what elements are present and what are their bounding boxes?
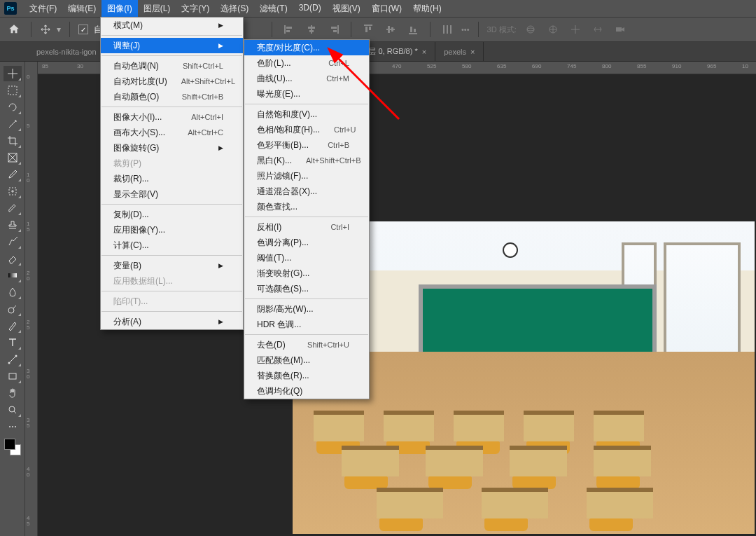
gradient-tool[interactable]	[4, 268, 22, 283]
type-tool[interactable]	[4, 335, 22, 350]
menuitem[interactable]: 色调分离(P)...	[244, 235, 369, 250]
menubar: Ps 文件(F)编辑(E)图像(I)图层(L)文字(Y)选择(S)滤镜(T)3D…	[0, 0, 756, 17]
menuitem[interactable]: 阈值(T)...	[244, 250, 369, 266]
menuitem[interactable]: 分析(A)▶	[101, 314, 243, 329]
move-tool[interactable]	[4, 66, 22, 81]
menuitem[interactable]: 色相/饱和度(H)...Ctrl+U	[244, 122, 369, 137]
menu-3D[interactable]: 3D(D)	[293, 0, 327, 18]
menuitem[interactable]: 应用图像(Y)...	[101, 222, 243, 238]
menuitem[interactable]: 自动色调(N)Shift+Ctrl+L	[101, 58, 243, 74]
color-swatch[interactable]	[4, 439, 21, 455]
menuitem[interactable]: 通道混合器(X)...	[244, 184, 369, 199]
menuitem[interactable]: 裁切(R)...	[101, 171, 243, 186]
svg-rect-7	[331, 27, 337, 29]
menuitem: 裁剪(P)	[101, 156, 243, 171]
close-icon[interactable]: ×	[470, 48, 475, 56]
blur-tool[interactable]	[4, 284, 22, 300]
menuitem[interactable]: 照片滤镜(F)...	[244, 168, 369, 184]
dist-icon[interactable]	[439, 21, 456, 38]
menuitem[interactable]: 自动对比度(U)Alt+Shift+Ctrl+L	[101, 74, 243, 89]
svg-rect-10	[365, 27, 368, 32]
eyedrop-tool[interactable]	[4, 167, 22, 182]
marquee-tool[interactable]	[4, 83, 22, 98]
menuitem[interactable]: 曝光度(E)...	[244, 86, 369, 102]
menuitem[interactable]: 黑白(K)...Alt+Shift+Ctrl+B	[244, 153, 369, 168]
menuitem[interactable]: HDR 色调...	[244, 317, 369, 332]
close-icon[interactable]: ×	[422, 48, 426, 56]
menu-图层[interactable]: 图层(L)	[138, 0, 176, 18]
menu-选择[interactable]: 选择(S)	[215, 0, 254, 18]
menuitem[interactable]: 变量(B)▶	[101, 258, 243, 273]
home-button[interactable]	[6, 21, 22, 38]
menuitem[interactable]: 自动颜色(O)Shift+Ctrl+B	[101, 89, 243, 104]
auto-checkbox[interactable]: ✓	[78, 25, 88, 34]
path-tool[interactable]	[4, 352, 22, 367]
stamp-tool[interactable]	[4, 217, 22, 233]
orbit-icon[interactable]	[522, 21, 539, 38]
menuitem[interactable]: 阴影/高光(W)...	[244, 301, 369, 317]
align-left-icon[interactable]	[281, 21, 298, 38]
svg-point-34	[9, 426, 10, 427]
dodge-tool[interactable]	[4, 301, 22, 317]
menu-窗口[interactable]: 窗口(W)	[366, 0, 407, 18]
pen-tool[interactable]	[4, 318, 22, 334]
history-tool[interactable]	[4, 234, 22, 249]
menu-帮助[interactable]: 帮助(H)	[407, 0, 447, 18]
more-tool[interactable]	[4, 419, 22, 434]
svg-rect-8	[333, 30, 337, 32]
menuitem[interactable]: 去色(D)Shift+Ctrl+U	[244, 337, 369, 352]
pan3d-icon[interactable]	[567, 21, 584, 38]
menuitem[interactable]: 反相(I)Ctrl+I	[244, 219, 369, 235]
menuitem[interactable]: 替换颜色(R)...	[244, 368, 369, 383]
crop-tool[interactable]	[4, 133, 22, 149]
menuitem[interactable]: 颜色查找...	[244, 199, 369, 214]
menuitem[interactable]: 匹配颜色(M)...	[244, 352, 369, 368]
tab[interactable]: pexels×	[435, 42, 484, 61]
eraser-tool[interactable]	[4, 251, 22, 266]
svg-rect-11	[369, 27, 371, 30]
menu-滤镜[interactable]: 滤镜(T)	[254, 0, 293, 18]
menuitem[interactable]: 图像大小(I)...Alt+Ctrl+I	[101, 109, 243, 125]
menuitem[interactable]: 显示全部(V)	[101, 186, 243, 202]
svg-point-29	[8, 308, 14, 313]
menuitem[interactable]: 色调均化(Q)	[244, 383, 369, 399]
menuitem[interactable]: 曲线(U)...Ctrl+M	[244, 71, 369, 86]
cam-icon[interactable]	[612, 21, 629, 38]
app-logo: Ps	[4, 2, 17, 15]
menu-视图[interactable]: 视图(V)	[327, 0, 366, 18]
menuitem[interactable]: 画布大小(S)...Alt+Ctrl+C	[101, 125, 243, 140]
menu-编辑[interactable]: 编辑(E)	[62, 0, 102, 18]
menuitem[interactable]: 色阶(L)...Ctrl+L	[244, 55, 369, 71]
rect-tool[interactable]	[4, 369, 22, 384]
brush-tool[interactable]	[4, 200, 22, 216]
menuitem[interactable]: 计算(C)...	[101, 238, 243, 253]
image-menu[interactable]: 模式(M)▶调整(J)▶自动色调(N)Shift+Ctrl+L自动对比度(U)A…	[100, 17, 244, 330]
menuitem[interactable]: 亮度/对比度(C)...	[244, 40, 369, 55]
patch-tool[interactable]	[4, 184, 22, 199]
adjustments-submenu[interactable]: 亮度/对比度(C)...色阶(L)...Ctrl+L曲线(U)...Ctrl+M…	[244, 39, 370, 399]
hand-tool[interactable]	[4, 385, 22, 401]
align-hcenter-icon[interactable]	[303, 21, 320, 38]
menuitem[interactable]: 复制(D)...	[101, 207, 243, 222]
menuitem[interactable]: 自然饱和度(V)...	[244, 106, 369, 122]
menuitem[interactable]: 色彩平衡(B)...Ctrl+B	[244, 137, 369, 153]
frame-tool[interactable]	[4, 150, 22, 165]
align-vcenter-icon[interactable]	[382, 21, 399, 38]
menuitem[interactable]: 调整(J)▶	[101, 38, 243, 53]
menu-文件[interactable]: 文件(F)	[24, 0, 62, 18]
menu-文字[interactable]: 文字(Y)	[176, 0, 215, 18]
align-right-icon[interactable]	[326, 21, 342, 38]
zoom-tool[interactable]	[4, 402, 22, 418]
menuitem[interactable]: 渐变映射(G)...	[244, 266, 369, 281]
lasso-tool[interactable]	[4, 99, 22, 115]
align-top-icon[interactable]	[360, 21, 377, 38]
roll-icon[interactable]	[545, 21, 561, 38]
svg-rect-3	[311, 25, 312, 34]
slide-icon[interactable]	[589, 21, 606, 38]
wand-tool[interactable]	[4, 116, 22, 132]
align-bottom-icon[interactable]	[405, 21, 421, 38]
menuitem[interactable]: 可选颜色(S)...	[244, 281, 369, 296]
menuitem[interactable]: 图像旋转(G)▶	[101, 140, 243, 156]
menuitem[interactable]: 模式(M)▶	[101, 18, 243, 33]
menu-图像[interactable]: 图像(I)	[102, 0, 137, 18]
